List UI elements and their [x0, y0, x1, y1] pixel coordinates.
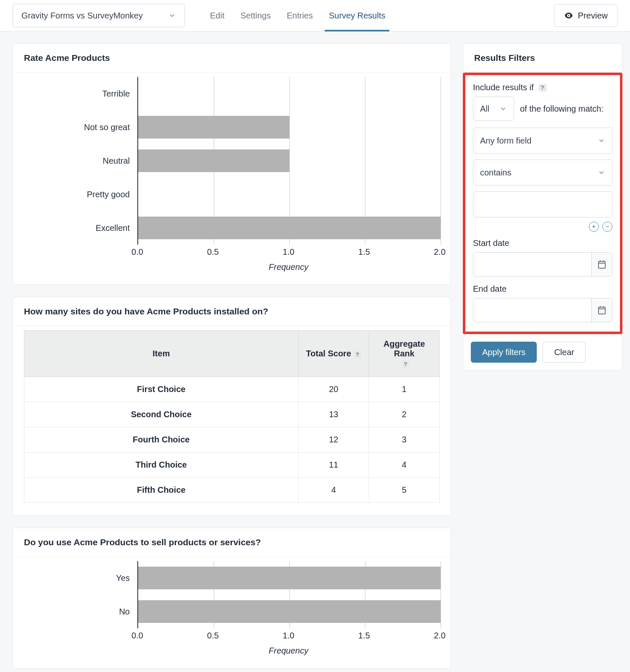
preview-label: Preview	[578, 11, 608, 21]
chart-tick-label: 2.0	[434, 631, 446, 641]
end-date-input[interactable]	[473, 298, 591, 322]
cell-total-score: 4	[298, 478, 369, 503]
chart-bar	[138, 149, 289, 172]
cell-item: Fifth Choice	[24, 478, 299, 503]
table-row: Second Choice132	[24, 402, 440, 427]
chart-category-label: Neutral	[25, 156, 130, 166]
chart-tick-label: 1.5	[358, 631, 370, 641]
help-icon[interactable]: ?	[539, 84, 546, 92]
help-icon[interactable]: ?	[354, 351, 361, 358]
chevron-down-icon	[499, 105, 507, 112]
end-date-label: End date	[473, 284, 612, 294]
calendar-icon	[597, 259, 607, 269]
col-aggregate-rank: Aggregate Rank?	[369, 331, 439, 377]
chart-tick-label: 1.5	[358, 247, 370, 257]
start-date-input[interactable]	[473, 253, 591, 276]
eye-icon	[564, 10, 574, 21]
table-row: First Choice201	[24, 377, 440, 402]
tab-settings[interactable]: Settings	[240, 0, 270, 31]
chart-bar	[138, 116, 289, 139]
cell-aggregate-rank: 3	[369, 427, 439, 452]
chart-category-label: Excellent	[25, 223, 130, 233]
rank-table: Item Total Score? Aggregate Rank? First …	[24, 330, 440, 503]
table-row: Fourth Choice123	[24, 427, 440, 452]
preview-button[interactable]: Preview	[554, 4, 617, 27]
cell-aggregate-rank: 4	[369, 452, 439, 478]
results-filters-panel: Results Filters Include results if ? All…	[463, 43, 622, 371]
cell-item: First Choice	[24, 377, 299, 402]
start-date-field	[473, 252, 612, 277]
cell-aggregate-rank: 1	[369, 377, 439, 402]
cell-aggregate-rank: 5	[369, 478, 439, 503]
table-row: Third Choice114	[24, 452, 440, 478]
chart-category-label: Yes	[25, 573, 130, 583]
chevron-down-icon	[598, 169, 605, 176]
operator-select[interactable]: contains	[473, 160, 612, 186]
chart-tick-label: 0.5	[207, 247, 219, 257]
filters-highlight: Include results if ? All of the followin…	[463, 73, 622, 334]
chart-bar	[138, 600, 441, 623]
match-mode-select[interactable]: All	[473, 97, 514, 121]
card-title: How many sites do you have Acme Products…	[13, 297, 451, 326]
chart-tick-label: 0.5	[207, 631, 219, 641]
tabs: Edit Settings Entries Survey Results	[210, 0, 385, 31]
chart-x-label: Frequency	[137, 262, 440, 272]
field-select[interactable]: Any form field	[473, 128, 612, 154]
chart-bar	[138, 567, 441, 589]
chart-x-label: Frequency	[137, 646, 440, 656]
cell-total-score: 13	[298, 402, 369, 427]
col-total-score: Total Score?	[298, 331, 369, 377]
card-title: Do you use Acme Products to sell product…	[13, 528, 451, 557]
chart-tick-label: 1.0	[283, 247, 294, 257]
chart-category-label: No	[25, 607, 130, 617]
chart-sell-products: YesNo0.00.51.01.52.0Frequency	[24, 561, 440, 656]
filters-title: Results Filters	[463, 44, 622, 73]
cell-total-score: 12	[298, 427, 369, 452]
clear-filters-button[interactable]: Clear	[543, 342, 585, 363]
start-date-picker-button[interactable]	[591, 253, 612, 276]
col-item: Item	[24, 331, 299, 377]
chart-bar	[138, 217, 441, 239]
chart-category-label: Not so great	[25, 123, 130, 132]
apply-filters-button[interactable]: Apply filters	[471, 342, 537, 363]
end-date-picker-button[interactable]	[591, 298, 612, 322]
chart-tick-label: 2.0	[434, 247, 446, 257]
card-sites-installed: How many sites do you have Acme Products…	[13, 297, 451, 516]
chevron-down-icon	[168, 12, 176, 19]
remove-condition-button[interactable]: −	[602, 222, 612, 232]
include-results-label: Include results if ?	[473, 83, 612, 92]
help-icon[interactable]: ?	[402, 361, 409, 368]
form-selector-label: Gravity Forms vs SurveyMonkey	[21, 11, 143, 21]
tab-edit[interactable]: Edit	[210, 0, 224, 31]
tab-survey-results[interactable]: Survey Results	[329, 0, 386, 31]
chart-tick-label: 0.0	[131, 631, 143, 641]
chevron-down-icon	[598, 137, 605, 144]
cell-aggregate-rank: 2	[369, 402, 439, 427]
chart-tick-label: 0.0	[131, 247, 143, 257]
tab-entries[interactable]: Entries	[287, 0, 313, 31]
card-rate-products: Rate Acme Products TerribleNot so greatN…	[13, 43, 451, 285]
cell-item: Second Choice	[24, 402, 299, 427]
table-row: Fifth Choice45	[24, 478, 440, 503]
cell-item: Third Choice	[24, 452, 299, 478]
form-selector[interactable]: Gravity Forms vs SurveyMonkey	[13, 4, 185, 27]
chart-rate-products: TerribleNot so greatNeutralPretty goodEx…	[24, 77, 440, 272]
end-date-field	[473, 298, 612, 322]
chart-category-label: Terrible	[25, 89, 130, 99]
start-date-label: Start date	[473, 238, 612, 248]
chart-category-label: Pretty good	[25, 190, 130, 199]
cell-total-score: 20	[298, 377, 369, 402]
match-suffix-label: of the following match:	[520, 104, 604, 114]
filter-value-input[interactable]	[473, 191, 612, 217]
card-title: Rate Acme Products	[13, 44, 451, 73]
calendar-icon	[597, 305, 607, 315]
add-condition-button[interactable]: +	[589, 222, 599, 232]
chart-tick-label: 1.0	[283, 631, 294, 641]
cell-item: Fourth Choice	[24, 427, 299, 452]
card-sell-products: Do you use Acme Products to sell product…	[13, 528, 451, 669]
cell-total-score: 11	[298, 452, 369, 478]
